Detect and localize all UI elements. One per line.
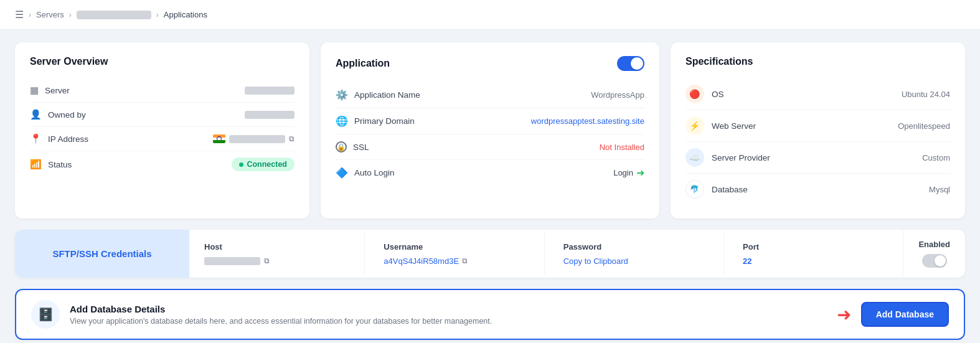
add-database-title: Add Database Details (70, 304, 492, 314)
server-label: Server (45, 86, 70, 95)
sftp-username-value[interactable]: a4VqS4J4iR58md3E ⧉ (384, 256, 525, 266)
owned-by-value (245, 111, 294, 119)
sftp-username-header: Username (384, 242, 525, 251)
login-link[interactable]: Login ➜ (613, 167, 644, 179)
mysql-icon: 🐬 (686, 180, 704, 199)
add-database-description: View your application's database details… (70, 317, 492, 326)
location-icon: 📍 (30, 133, 42, 144)
sftp-data: Host ⧉ Username a4VqS4J4iR58md3E ⧉ Passw… (189, 230, 965, 278)
sftp-password-col: Password Copy to Clipboard (545, 232, 724, 276)
status-label: Status (48, 160, 72, 169)
ubuntu-icon: 🔴 (686, 85, 704, 103)
domain-link[interactable]: wordpressapptest.satesting.site (531, 116, 644, 126)
spec-row-os: 🔴 OS Ubuntu 24.04 (686, 78, 950, 110)
server-overview-title: Server Overview (30, 56, 294, 67)
app-row-ssl: 🔒 SSL Not Installed (336, 134, 644, 160)
app-name-label: Application Name (354, 90, 420, 100)
provider-value: Custom (922, 153, 950, 162)
app-row-autologin: 🔷 Auto Login Login ➜ (336, 160, 644, 186)
app-row-name: ⚙️ Application Name WordpressApp (336, 82, 644, 108)
sftp-label: SFTP/SSH Credentials (52, 248, 151, 259)
server-icon: ▦ (30, 85, 39, 96)
application-toggle[interactable] (617, 56, 644, 71)
add-database-button[interactable]: Add Database (861, 302, 949, 327)
os-value: Ubuntu 24.04 (902, 90, 950, 99)
primary-domain-label: Primary Domain (354, 116, 415, 126)
sftp-host-value (204, 257, 260, 265)
login-text: Login (613, 168, 633, 177)
owned-by-label: Owned by (48, 110, 86, 120)
copy-username-icon[interactable]: ⧉ (462, 256, 468, 265)
sftp-host-col: Host ⧉ (204, 232, 365, 275)
server-row-status: 📶 Status Connected (30, 151, 294, 177)
sftp-port-value: 22 (743, 256, 884, 266)
breadcrumb-applications: Applications (164, 10, 207, 19)
spec-row-provider: ☁️ Server Provider Custom (686, 142, 950, 174)
cards-row: Server Overview ▦ Server 👤 Owned by 📍 (15, 42, 965, 218)
webserver-icon: ⚡ (686, 116, 704, 135)
grid-icon: ☰ (15, 9, 24, 21)
add-database-arrow-icon: ➜ (837, 304, 851, 325)
breadcrumb: ☰ › Servers › › Applications (0, 0, 980, 30)
ssl-icon: 🔒 (336, 141, 347, 153)
ip-value (229, 135, 285, 143)
server-row-owned-by: 👤 Owned by (30, 103, 294, 127)
user-icon: 👤 (30, 109, 42, 120)
webserver-value: Openlitespeed (898, 121, 950, 131)
spec-row-database: 🐬 Database Mysql (686, 174, 950, 205)
sftp-enabled-toggle[interactable] (922, 254, 947, 268)
provider-label: Server Provider (712, 153, 770, 162)
app-name-icon: ⚙️ (336, 89, 348, 101)
breadcrumb-server-name (77, 11, 151, 19)
cloud-icon: ☁️ (686, 148, 704, 167)
toggle-off-knob (935, 255, 946, 266)
sftp-username-col: Username a4VqS4J4iR58md3E ⧉ (365, 232, 544, 276)
wordpress-icon: 🔷 (336, 167, 348, 179)
specifications-card: Specifications 🔴 OS Ubuntu 24.04 ⚡ Web S… (671, 42, 965, 218)
add-database-section: 🗄️ Add Database Details View your applic… (15, 289, 965, 340)
sftp-label-cell: SFTP/SSH Credentials (15, 230, 189, 278)
login-arrow-icon: ➜ (636, 167, 644, 179)
database-label: Database (712, 185, 748, 194)
os-label: OS (712, 90, 724, 99)
sftp-password-value[interactable]: Copy to Clipboard (563, 256, 705, 266)
sftp-password-header: Password (563, 242, 705, 251)
application-card: Application ⚙️ Application Name Wordpres… (321, 42, 659, 218)
server-overview-card: Server Overview ▦ Server 👤 Owned by 📍 (15, 42, 309, 218)
specifications-title: Specifications (686, 56, 950, 67)
breadcrumb-servers[interactable]: Servers (36, 10, 64, 19)
sftp-port-col: Port 22 (724, 232, 903, 276)
main-content: Server Overview ▦ Server 👤 Owned by 📍 (0, 30, 980, 343)
ssl-value: Not Installed (600, 143, 644, 152)
sftp-enabled-label: Enabled (918, 240, 950, 249)
wifi-icon: 📶 (30, 159, 42, 170)
server-row-ip: 📍 IP Address ⧉ (30, 127, 294, 151)
globe-icon: 🌐 (336, 115, 348, 127)
add-database-icon: 🗄️ (31, 300, 60, 329)
ssl-label: SSL (353, 143, 369, 152)
toggle-knob (631, 57, 643, 70)
webserver-label: Web Server (712, 121, 756, 131)
spec-row-webserver: ⚡ Web Server Openlitespeed (686, 110, 950, 142)
ip-label: IP Address (48, 134, 88, 144)
app-row-domain: 🌐 Primary Domain wordpressapptest.satest… (336, 108, 644, 134)
sftp-credentials-section: SFTP/SSH Credentials Host ⧉ Username a4V… (15, 230, 965, 278)
sftp-host-header: Host (204, 242, 346, 251)
application-title: Application (336, 58, 390, 69)
india-flag (213, 134, 225, 143)
sftp-enabled-col: Enabled (903, 230, 965, 278)
app-name-value: WordpressApp (591, 90, 644, 100)
status-text: Connected (247, 160, 287, 169)
autologin-label: Auto Login (354, 168, 395, 177)
status-dot (239, 162, 243, 167)
server-row-server: ▦ Server (30, 78, 294, 103)
database-value: Mysql (929, 185, 950, 194)
status-badge: Connected (232, 157, 294, 171)
server-value (245, 87, 294, 95)
sftp-port-header: Port (743, 242, 884, 251)
copy-host-icon[interactable]: ⧉ (264, 256, 270, 265)
copy-ip-icon[interactable]: ⧉ (289, 134, 294, 143)
